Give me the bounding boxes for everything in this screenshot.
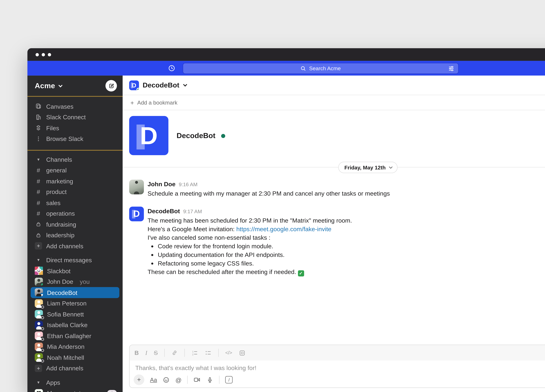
chevron-down-icon[interactable] <box>183 83 187 87</box>
hash-icon <box>35 177 42 184</box>
window-controls[interactable] <box>36 53 51 56</box>
caret-down-icon <box>35 157 42 162</box>
dm-label: Noah Mitchell <box>47 354 84 361</box>
sidebar-item-browse-slack[interactable]: Browse Slack <box>27 133 123 144</box>
search-input[interactable]: Search Acme <box>183 63 458 74</box>
offline-dot <box>41 327 44 330</box>
svg-text:1: 1 <box>192 350 193 353</box>
online-dot <box>136 88 139 90</box>
dm-add-channels-button[interactable]: + Add channels <box>27 363 123 374</box>
add-channels-label: Add channels <box>46 242 83 249</box>
dm-label: DecodeBot <box>47 289 77 296</box>
bot-profile-block: D DecodeBot <box>123 110 545 155</box>
code-block-button[interactable] <box>238 349 246 356</box>
sidebar-item-label: Slack Connect <box>46 114 86 121</box>
composer-action-bar: + Aa @ <box>130 372 545 387</box>
channels-header[interactable]: Channels <box>27 154 123 165</box>
app-money-stats[interactable]: Money - stats 1 <box>27 388 123 392</box>
channel-fundraising[interactable]: fundraising <box>27 219 123 230</box>
add-channels-button[interactable]: + Add channels <box>27 241 123 251</box>
channel-label: sales <box>46 199 61 206</box>
new-message-button[interactable] <box>105 80 117 91</box>
john-doe-avatar <box>35 277 43 286</box>
white-check-mark-emoji: ✓ <box>298 270 304 277</box>
dm-slackbot[interactable]: Slackbot <box>27 265 123 276</box>
message-text: Schedule a meeting with my manager at 2:… <box>148 189 390 198</box>
hash-icon <box>35 199 42 206</box>
message-input[interactable]: Thanks, that's exactly what I was lookin… <box>130 361 545 371</box>
dm-isabella-clarke[interactable]: Isabella Clarke <box>27 320 123 330</box>
message-line: These can be rescheduled after the meeti… <box>148 267 352 277</box>
channel-product[interactable]: product <box>27 187 123 197</box>
channel-leadership[interactable]: leadership <box>27 230 123 241</box>
message-time: 9:17 AM <box>183 207 202 216</box>
channel-sales[interactable]: sales <box>27 197 123 208</box>
message-author[interactable]: John Doe <box>148 180 175 188</box>
meet-invite-link[interactable]: https://meet.google.com/fake-invite <box>236 225 331 232</box>
conversation-title[interactable]: DecodeBot <box>143 81 180 89</box>
channel-general[interactable]: general <box>27 165 123 175</box>
dm-label: Slackbot <box>47 267 70 274</box>
svg-text:2: 2 <box>192 353 193 356</box>
dm-header-label: Direct messages <box>46 257 92 264</box>
decodebot-avatar-message[interactable]: D <box>129 207 144 221</box>
mia-avatar <box>35 343 43 351</box>
formatting-toggle-button[interactable]: Aa <box>150 377 157 383</box>
message-time: 9:16 AM <box>179 181 198 189</box>
decodebot-avatar-small[interactable]: D <box>129 80 139 90</box>
apps-header[interactable]: Apps <box>27 377 123 388</box>
date-label: Friday, May 12th <box>344 164 386 170</box>
online-dot <box>40 283 43 286</box>
bullet-list-button[interactable] <box>205 349 212 356</box>
bold-button[interactable]: B <box>135 350 139 356</box>
inline-code-button[interactable]: </> <box>225 350 232 356</box>
message-composer[interactable]: B I S <box>129 345 545 388</box>
app-label: Money - stats <box>47 390 84 392</box>
dm-header[interactable]: Direct messages <box>27 255 123 265</box>
ordered-list-button[interactable]: 1 2 <box>191 349 198 356</box>
italic-button[interactable]: I <box>145 349 147 356</box>
decodebot-avatar <box>35 288 43 296</box>
dm-noah-mitchell[interactable]: Noah Mitchell <box>27 352 123 363</box>
date-divider: Friday, May 12th <box>123 162 545 173</box>
sidebar-item-files[interactable]: Files <box>27 122 123 133</box>
attach-plus-button[interactable]: + <box>134 374 144 385</box>
john-doe-avatar[interactable] <box>129 180 144 194</box>
link-button[interactable] <box>171 350 178 356</box>
dm-john-doe[interactable]: John Doe you <box>27 276 123 287</box>
dm-ethan-gallagher[interactable]: Ethan Gallagher <box>27 330 123 341</box>
dm-sofia-bennett[interactable]: Sofia Bennett <box>27 309 123 320</box>
shortcuts-button[interactable]: / <box>225 376 233 384</box>
channels-section: Channels general marketing product <box>27 151 123 251</box>
workspace-header[interactable]: Acme <box>27 76 123 97</box>
message-john-doe: John Doe 9:16 AM Schedule a meeting with… <box>123 180 545 198</box>
search-filters-icon[interactable] <box>448 65 455 72</box>
emoji-button[interactable] <box>163 376 170 383</box>
add-bookmark-button[interactable]: + Add a bookmark <box>123 95 545 110</box>
channel-operations[interactable]: operations <box>27 208 123 219</box>
sidebar-item-slack-connect[interactable]: Slack Connect <box>27 112 123 122</box>
canceled-tasks-list: Code review for the frontend login modul… <box>158 242 352 267</box>
sidebar-item-canvases[interactable]: Canvases <box>27 101 123 112</box>
dm-liam-peterson[interactable]: Liam Peterson <box>27 298 123 309</box>
hash-icon <box>35 210 42 217</box>
channels-header-label: Channels <box>46 156 72 163</box>
dm-decodebot-selected[interactable]: DecodeBot <box>31 287 119 298</box>
date-pill[interactable]: Friday, May 12th <box>338 162 397 173</box>
top-nav-bar: Search Acme <box>27 61 545 76</box>
channel-label: fundraising <box>46 221 76 228</box>
list-item: Code review for the frontend login modul… <box>158 242 352 250</box>
offline-dot <box>41 338 44 341</box>
sidebar-item-label: Files <box>46 124 59 132</box>
message-author[interactable]: DecodeBot <box>148 207 180 215</box>
sidebar-item-label: Browse Slack <box>46 135 83 142</box>
video-button[interactable] <box>193 376 201 384</box>
dm-mia-anderson[interactable]: Mia Anderson <box>27 341 123 352</box>
audio-button[interactable] <box>207 376 214 383</box>
decodebot-avatar-large[interactable]: D <box>129 116 168 155</box>
history-clock-icon[interactable] <box>166 63 177 74</box>
channel-marketing[interactable]: marketing <box>27 176 123 187</box>
strikethrough-button[interactable]: S <box>154 350 158 356</box>
sidebar: Acme <box>27 76 123 392</box>
mention-button[interactable]: @ <box>175 376 182 383</box>
